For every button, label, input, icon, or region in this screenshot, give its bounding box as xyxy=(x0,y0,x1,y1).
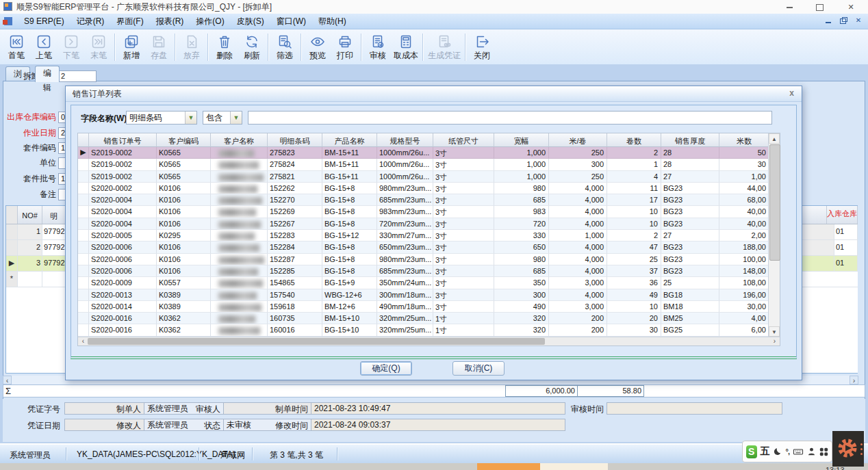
toolbar-filter-button[interactable]: 筛选 xyxy=(271,32,298,62)
column-header-7[interactable]: 纸管尺寸 xyxy=(433,133,494,147)
horizontal-scrollbar[interactable]: ‹ › xyxy=(78,337,780,345)
table-cell: 152285 xyxy=(268,265,322,277)
tab-edit[interactable]: 编辑 xyxy=(35,66,60,82)
toolbar-audit-button[interactable]: 审核 xyxy=(364,32,392,62)
operator-select[interactable]: 包含 ▼ xyxy=(203,111,242,125)
sogou-input-icon[interactable]: S xyxy=(746,445,757,458)
table-row[interactable]: S2020-0006K0106152285BG-15+8685mm/23um..… xyxy=(78,265,780,277)
table-row[interactable]: S2020-0009K0557154865BG-15+9350mm/24um..… xyxy=(78,277,780,289)
close-icon[interactable]: ✕ xyxy=(841,1,861,12)
menu-item-8[interactable]: 帮助(H) xyxy=(312,14,353,29)
toolbar-cost-button[interactable]: 取成本 xyxy=(392,32,420,62)
column-header-12[interactable]: 米数 xyxy=(719,133,769,147)
scroll-down-icon[interactable]: ▼ xyxy=(769,326,780,337)
left-grid-new-row[interactable]: * xyxy=(6,272,66,287)
table-row[interactable]: S2020-0016K0362160735BM-15+10320mm/25um.… xyxy=(78,313,780,324)
toolbar-print-button[interactable]: 打印 xyxy=(331,32,359,62)
keyboard-icon[interactable] xyxy=(793,447,804,456)
dialog-title-bar[interactable]: 销售订单列表 x xyxy=(66,86,802,102)
table-cell: 275821 xyxy=(268,171,322,183)
redacted-customer-name xyxy=(218,197,262,205)
left-grid-row[interactable]: 297792 xyxy=(6,240,66,256)
minimize-icon[interactable] xyxy=(779,1,800,12)
scroll-left-icon[interactable]: ‹ xyxy=(3,376,12,384)
toolbar-new-button[interactable]: 新增 xyxy=(118,32,145,62)
scroll-right-icon[interactable]: › xyxy=(770,337,779,345)
app-tile[interactable] xyxy=(832,431,864,467)
scrollbar-thumb[interactable] xyxy=(769,144,780,261)
table-row[interactable]: S2020-0016K0362160016BG-15+10320mm/25um.… xyxy=(78,324,780,336)
ok-button[interactable]: 确定(Q) xyxy=(360,361,412,376)
col-detail-header[interactable]: 明 xyxy=(42,206,66,224)
table-row[interactable]: S2020-0014K0389159618BM-12+6490mm/18um..… xyxy=(78,301,780,313)
dialog-close-icon[interactable]: x xyxy=(789,88,794,98)
menu-item-1[interactable]: S9 ERP(E) xyxy=(18,14,71,29)
scroll-right-icon[interactable]: › xyxy=(850,376,858,384)
table-row[interactable]: S2019-0002K0565275821BG-15+111000mm/26u.… xyxy=(78,171,780,183)
punctuation-icon[interactable]: °, xyxy=(786,447,789,456)
refresh-icon xyxy=(244,34,259,50)
maximize-icon[interactable] xyxy=(809,1,830,12)
table-row[interactable]: S2020-0006K0106152284BG-15+8650mm/23um..… xyxy=(78,241,780,253)
menu-item-2[interactable]: 记录(R) xyxy=(71,14,111,29)
menu-item-6[interactable]: 皮肤(S) xyxy=(231,14,270,29)
column-header-2[interactable]: 客户编码 xyxy=(157,133,211,147)
table-row[interactable]: S2020-0002K0106152262BG-15+8980mm/23um..… xyxy=(78,183,780,194)
wubi-mode-icon[interactable]: 五 xyxy=(761,445,770,458)
table-row[interactable]: S2020-0013K0389157540WBG-12+6300mm/18um.… xyxy=(78,289,780,301)
column-header-8[interactable]: 宽幅 xyxy=(494,133,549,147)
toolbar-delete-button[interactable]: 删除 xyxy=(211,32,238,62)
menu-item-5[interactable]: 操作(O) xyxy=(190,14,230,29)
field-name-select[interactable]: 明细条码 ▼ xyxy=(126,111,197,125)
chevron-down-icon[interactable]: ▼ xyxy=(230,112,242,124)
menu-grid-icon[interactable] xyxy=(819,447,828,456)
search-input[interactable] xyxy=(248,111,772,125)
app-window-icon xyxy=(3,2,12,11)
table-row[interactable]: S2020-0005K0295152283BG-15+12330mm/27um.… xyxy=(78,230,780,241)
scroll-left-icon[interactable]: ‹ xyxy=(79,337,88,345)
user-icon[interactable] xyxy=(807,447,816,456)
table-row[interactable]: S2020-0004K0106152269BG-15+8983mm/23um..… xyxy=(78,206,780,218)
mdi-close-icon[interactable]: ✕ xyxy=(854,16,863,25)
column-header-6[interactable]: 规格型号 xyxy=(377,133,433,147)
toolbar-prev-record-button[interactable]: 上笔 xyxy=(30,32,58,62)
column-header-1[interactable]: 销售订单号 xyxy=(89,133,157,147)
toolbar-refresh-button[interactable]: 刷新 xyxy=(238,32,266,62)
moon-icon[interactable] xyxy=(774,447,782,456)
maker-label: 制单人 xyxy=(104,403,141,415)
column-header-11[interactable]: 销售厚度 xyxy=(661,133,719,147)
col-no-header[interactable]: NO# xyxy=(18,206,42,224)
table-row[interactable]: S2020-0004K0106152270BG-15+8685mm/23um..… xyxy=(78,194,780,206)
chevron-down-icon[interactable]: ▼ xyxy=(185,112,196,124)
toolbar-preview-button[interactable]: 预览 xyxy=(304,32,331,62)
vertical-scrollbar[interactable]: ▲ ▼ xyxy=(768,133,780,337)
toolbar-exit-button[interactable]: 关闭 xyxy=(468,32,496,62)
menu-item-3[interactable]: 界面(F) xyxy=(110,14,149,29)
application-window: 顺景S9智能ERP管理平台 - 广东顺景软件科技有限公司_QJY - [拆卸单]… xyxy=(0,0,868,470)
menu-item-7[interactable]: 窗口(W) xyxy=(270,14,312,29)
row-selector xyxy=(78,324,89,336)
column-header-10[interactable]: 卷数 xyxy=(607,133,661,147)
col-warehouse-header[interactable]: 入库仓库 xyxy=(827,206,858,224)
scrollbar-thumb[interactable] xyxy=(88,338,545,345)
table-row[interactable]: S2020-0004K0106152267BG-15+8720mm/23um..… xyxy=(78,218,780,230)
column-header-4[interactable]: 明细条码 xyxy=(268,133,322,147)
table-cell: 6,00 xyxy=(719,324,769,336)
column-header-9[interactable]: 米/卷 xyxy=(549,133,607,147)
menu-item-4[interactable]: 报表(R) xyxy=(150,14,190,29)
cancel-button[interactable]: 取消(C) xyxy=(452,361,505,376)
column-header-3[interactable]: 客户名称 xyxy=(211,133,268,147)
table-row[interactable]: ▶S2019-0002K0565275823BM-15+111000mm/26u… xyxy=(78,147,780,159)
left-grid-row[interactable]: 197792 xyxy=(6,224,66,240)
left-grid-row[interactable]: ▶397792 xyxy=(6,256,66,272)
taskbar-item-active[interactable] xyxy=(477,463,540,470)
column-header-5[interactable]: 产品名称 xyxy=(322,133,377,147)
scroll-up-icon[interactable]: ▲ xyxy=(769,133,780,144)
form-field-1[interactable]: 2 xyxy=(58,70,97,82)
table-row[interactable]: S2020-0006K0106152287BG-15+8980mm/23um..… xyxy=(78,254,780,265)
taskbar-item[interactable] xyxy=(540,463,608,470)
mdi-minimize-icon[interactable] xyxy=(824,16,832,25)
table-row[interactable]: S2019-0002K0565275824BM-15+111000mm/26u.… xyxy=(78,159,780,170)
toolbar-first-record-button[interactable]: 首笔 xyxy=(3,32,30,62)
mdi-restore-icon[interactable] xyxy=(839,16,847,25)
